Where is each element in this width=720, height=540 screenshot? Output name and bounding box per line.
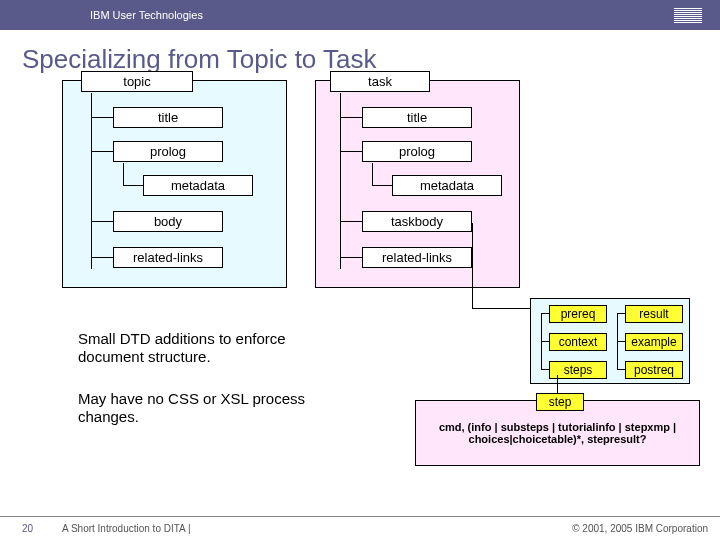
page-number: 20: [22, 523, 62, 534]
task-child-title: title: [362, 107, 472, 128]
detail-pink-panel: step cmd, (info | substeps | tutorialinf…: [415, 400, 700, 466]
ibm-logo: [674, 8, 702, 23]
topic-child-title: title: [113, 107, 223, 128]
footer-doc: A Short Introduction to DITA |: [62, 523, 572, 534]
slide-footer: 20 A Short Introduction to DITA | © 2001…: [0, 516, 720, 540]
task-tree-panel: task title prolog metadata taskbody rela…: [315, 80, 520, 288]
topic-root-node: topic: [81, 71, 193, 92]
note-2: May have no CSS or XSL process changes.: [78, 390, 308, 426]
topic-child-metadata: metadata: [143, 175, 253, 196]
slide-content: topic title prolog metadata body related…: [0, 80, 720, 516]
detail-blue-panel: prereq context steps result example post…: [530, 298, 690, 384]
topic-child-body: body: [113, 211, 223, 232]
header-org: IBM User Technologies: [90, 9, 203, 21]
topic-tree-panel: topic title prolog metadata body related…: [62, 80, 287, 288]
topic-child-related: related-links: [113, 247, 223, 268]
topic-child-prolog: prolog: [113, 141, 223, 162]
blue-context: context: [549, 333, 607, 351]
blue-result: result: [625, 305, 683, 323]
note-1: Small DTD additions to enforce document …: [78, 330, 308, 366]
task-child-prolog: prolog: [362, 141, 472, 162]
task-root-node: task: [330, 71, 430, 92]
footer-copyright: © 2001, 2005 IBM Corporation: [572, 523, 708, 534]
blue-example: example: [625, 333, 683, 351]
pink-step: step: [536, 393, 584, 411]
slide-header: IBM User Technologies: [0, 0, 720, 30]
pink-rule: cmd, (info | substeps | tutorialinfo | s…: [422, 421, 693, 445]
task-child-related: related-links: [362, 247, 472, 268]
blue-postreq: postreq: [625, 361, 683, 379]
task-child-body: taskbody: [362, 211, 472, 232]
task-child-metadata: metadata: [392, 175, 502, 196]
blue-prereq: prereq: [549, 305, 607, 323]
